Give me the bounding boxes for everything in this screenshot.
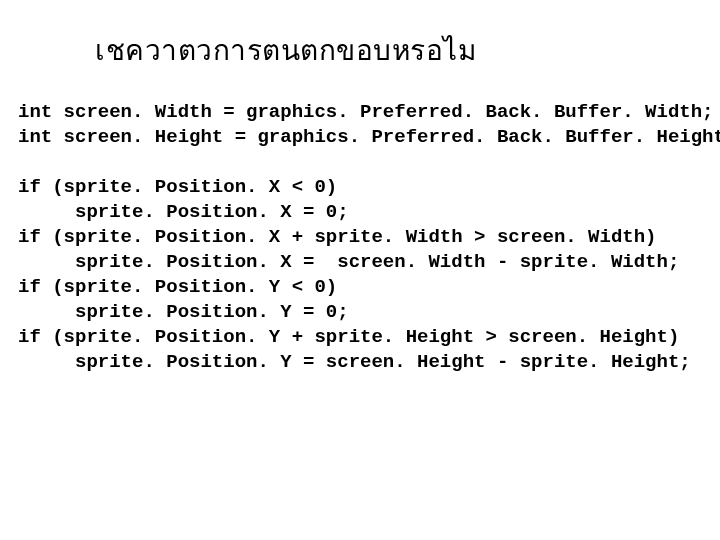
code-line-6: sprite. Position. X = screen. Width - sp… (18, 251, 679, 273)
code-line-5: if (sprite. Position. X + sprite. Width … (18, 226, 657, 248)
code-line-9: if (sprite. Position. Y + sprite. Height… (18, 326, 679, 348)
slide: เชควาตวการตนตกขอบหรอไม int screen. Width… (0, 0, 720, 540)
code-line-7: if (sprite. Position. Y < 0) (18, 276, 337, 298)
code-line-4: sprite. Position. X = 0; (18, 201, 349, 223)
code-line-1: int screen. Width = graphics. Preferred.… (18, 101, 714, 123)
code-line-3: if (sprite. Position. X < 0) (18, 176, 337, 198)
slide-title: เชควาตวการตนตกขอบหรอไม (95, 28, 476, 72)
code-line-8: sprite. Position. Y = 0; (18, 301, 349, 323)
code-block: int screen. Width = graphics. Preferred.… (18, 100, 720, 375)
code-line-10: sprite. Position. Y = screen. Height - s… (18, 351, 691, 373)
code-line-2: int screen. Height = graphics. Preferred… (18, 126, 720, 148)
